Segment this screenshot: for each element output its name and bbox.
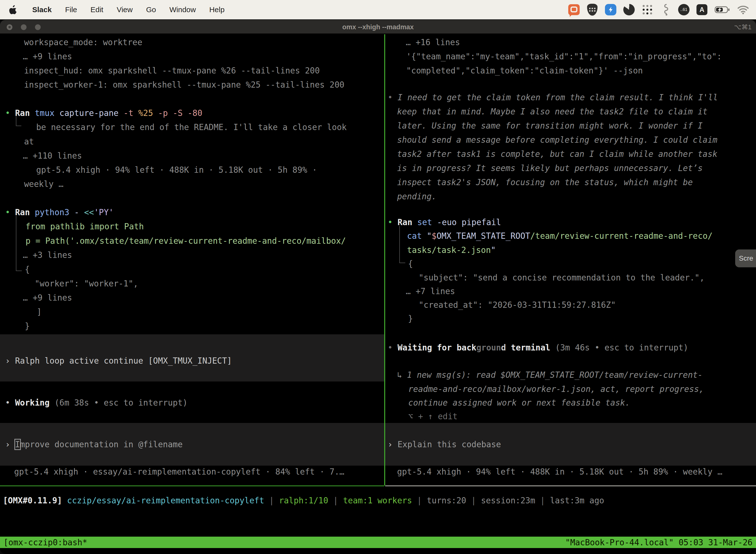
tmux-host-clock: "MacBook-Pro-44.local" 05:03 31-Mar-26 — [565, 538, 753, 547]
window-titlebar[interactable]: omx --xhigh --madmax ⌥⌘1 — [0, 20, 756, 34]
text-segment: capture-pane — [60, 108, 124, 118]
terminal-line: { — [408, 257, 413, 271]
apple-menu-icon[interactable] — [7, 4, 19, 16]
terminal-line: … +7 lines — [406, 284, 455, 298]
text-segment: /team/review-current-readme-and-reco/ — [530, 231, 712, 241]
input-source-icon[interactable]: A — [696, 4, 708, 16]
battery-icon[interactable] — [714, 4, 731, 16]
terminal-line: later. Using the same for transition mig… — [397, 119, 703, 133]
text-segment: ↳ 1 new msg(s): read $OMX_TEAM_STATE_ROO… — [397, 370, 703, 380]
menubar-item-edit[interactable]: Edit — [90, 5, 104, 14]
text-segment: later. Using the same for transition mig… — [397, 121, 703, 130]
terminal-line: "completed","claim_token":"claim-token"}… — [406, 63, 643, 78]
text-segment: • — [5, 108, 10, 118]
pane-divider[interactable] — [384, 34, 385, 486]
terminal-line: … +16 lines — [406, 35, 460, 49]
terminal-line: cat "$OMX_TEAM_STATE_ROOT/team/review-cu… — [407, 229, 712, 243]
dots-grid-icon[interactable] — [641, 4, 653, 16]
text-segment: "subject": "send a concise recommendatio… — [419, 273, 704, 282]
wifi-icon[interactable] — [737, 4, 749, 16]
text-segment: gpt-5.4 xhigh · 94% left · 488K in · 5.1… — [397, 467, 722, 477]
terminal-line: inspect_hud: omx sparkshell --tmux-pane … — [24, 63, 320, 78]
menubar-item-help[interactable]: Help — [209, 5, 225, 14]
text-segment: Ran — [15, 108, 35, 118]
squiggle-icon[interactable] — [660, 4, 672, 16]
command-ran-cat: • Ran set -euo pipefail — [388, 215, 501, 229]
prompt-improve-docs[interactable]: › Improve documentation in @filename — [5, 437, 183, 451]
text-segment: cczip/essay/ai-reimplementation-copyleft — [67, 496, 264, 505]
text-segment — [62, 496, 67, 505]
text-segment: be necessary for the end of the README. … — [36, 122, 347, 132]
text-segment: Ran — [15, 208, 35, 217]
text-segment: • — [5, 208, 10, 217]
text-segment: … +3 lines — [23, 250, 72, 260]
menubar-item-file[interactable]: File — [65, 5, 77, 14]
text-segment: " — [427, 231, 432, 241]
text-segment: › — [388, 440, 397, 449]
count-badge-icon[interactable]: ..61 — [678, 4, 690, 15]
text-segment: tasks/task-2.json — [407, 245, 491, 255]
text-segment: } — [408, 314, 413, 323]
text-segment: inspect task2's JSON, focusing on the st… — [397, 177, 693, 187]
shield-grid-icon[interactable] — [586, 4, 598, 16]
text-segment: is in progress? It seems likely but perh… — [397, 163, 703, 173]
text-segment: • — [388, 93, 397, 102]
text-segment: turns:20 — [427, 496, 466, 505]
menubar-app-name[interactable]: Slack — [32, 5, 52, 14]
text-segment: - — [74, 208, 84, 217]
text-segment: inspect_worker-1: omx sparkshell --tmux-… — [24, 80, 344, 90]
text-segment — [10, 208, 15, 217]
menubar-item-go[interactable]: Go — [146, 5, 156, 14]
terminal-line: from pathlib import Path — [25, 219, 144, 233]
text-segment: Working — [15, 398, 50, 407]
text-segment: "created_at": "2026-03-31T11:59:27.816Z" — [419, 300, 616, 310]
terminal-line: inspect task2's JSON, focusing on the st… — [397, 175, 693, 189]
text-segment: python3 — [35, 208, 74, 217]
chat-bubble-icon[interactable] — [568, 4, 580, 16]
text-segment: cat — [407, 231, 427, 241]
window-close-button[interactable] — [7, 24, 12, 30]
text-segment: continue assigned work or next feasible … — [408, 398, 630, 407]
terminal-line: inspect_worker-1: omx sparkshell --tmux-… — [24, 78, 344, 92]
text-segment: { — [25, 265, 30, 274]
terminal-line: '{"team_name":"my-team","task_id":"1","f… — [406, 49, 722, 63]
menubar-item-view[interactable]: View — [117, 5, 132, 14]
text-segment: pending. — [397, 191, 437, 201]
text-segment: -euo pipefail — [437, 217, 501, 227]
prompt-explain-codebase[interactable]: › Explain this codebase — [388, 437, 501, 451]
text-segment: • — [388, 217, 393, 227]
window-title: omx --xhigh --madmax — [342, 20, 414, 34]
screen: Slack FileEditViewGoWindowHelp — [0, 0, 756, 554]
text-segment: $ — [432, 231, 437, 241]
terminal-line: "worker": "worker-1", — [35, 277, 138, 291]
text-segment: I need to get the claim token from the c… — [397, 93, 718, 102]
working-status: • Working (6m 38s • esc to interrupt) — [5, 396, 188, 410]
text-segment: d — [501, 343, 506, 352]
right-pane-bottom-border — [385, 486, 756, 486]
window-zoom-button[interactable] — [35, 24, 41, 30]
pie-chart-icon[interactable] — [623, 4, 635, 16]
text-segment: | — [535, 496, 550, 505]
terminal-line: … +110 lines — [23, 149, 82, 163]
menubar-menus: Slack FileEditViewGoWindowHelp — [7, 4, 225, 16]
text-segment: '{"team_name":"my-team","task_id":"1","f… — [406, 52, 722, 61]
spark-badge-icon[interactable] — [605, 4, 617, 16]
terminal-line: workspace_mode: worktree — [24, 35, 142, 49]
text-segment: gpt-5.4 xhigh · 94% left · 488K in · 5.1… — [36, 165, 317, 175]
window-minimize-button[interactable] — [21, 24, 26, 30]
text-segment: 'PY' — [94, 208, 114, 217]
waiting-status: • Waiting for background terminal (3m 46… — [388, 340, 688, 355]
terminal-line: weekly … — [24, 177, 63, 191]
text-segment: last:3m ago — [550, 496, 604, 505]
terminal-line: } — [25, 319, 30, 333]
menubar-item-window[interactable]: Window — [170, 5, 196, 14]
text-segment: { — [408, 259, 413, 269]
text-segment: OMX_TEAM_STATE_ROOT — [437, 231, 530, 241]
text-segment: mprove documentation in @filename — [20, 440, 183, 449]
screen-sharing-overlay[interactable]: Scre — [735, 250, 756, 267]
terminal-line: p = Path('.omx/state/team/review-current… — [25, 234, 346, 248]
terminal-line: at — [24, 134, 34, 149]
text-segment: " — [491, 245, 496, 255]
text-segment: readme-and-reco/mailbox/worker-1.json, a… — [408, 384, 704, 394]
text-segment: from pathlib import Path — [25, 222, 144, 231]
